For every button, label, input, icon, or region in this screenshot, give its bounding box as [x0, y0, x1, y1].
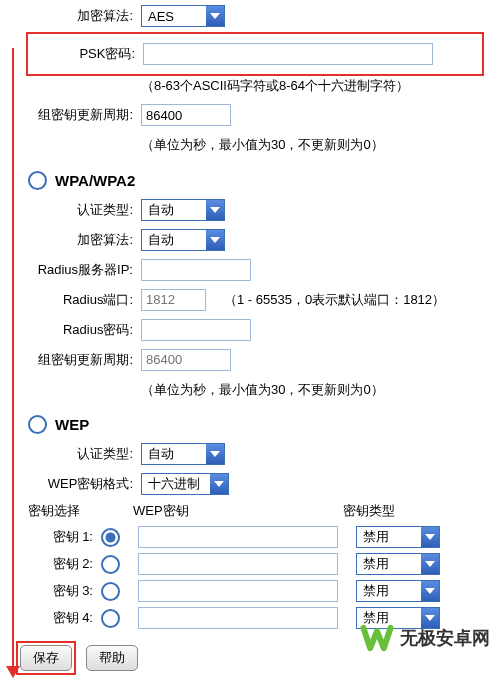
chevron-down-icon	[206, 444, 224, 464]
svg-marker-1	[210, 13, 220, 19]
annotation-arrow-line	[12, 48, 14, 668]
group-rekey-hint: （单位为秒，最小值为30，不更新则为0）	[141, 133, 482, 156]
group-rekey-label: 组密钥更新周期:	[28, 106, 141, 124]
save-highlight: 保存	[16, 641, 76, 675]
wep-key-3-row: 密钥 3: 禁用	[28, 580, 482, 602]
key4-input[interactable]	[138, 607, 338, 629]
wep-title: WEP	[55, 416, 89, 433]
key4-label: 密钥 4:	[28, 609, 101, 627]
key2-input[interactable]	[138, 553, 338, 575]
wep-key-1-row: 密钥 1: 禁用	[28, 526, 482, 548]
watermark: 无极安卓网	[360, 621, 490, 655]
chevron-down-icon	[206, 200, 224, 220]
wpa-auth-label: 认证类型:	[28, 201, 141, 219]
psk-row: PSK密码:	[30, 42, 480, 66]
chevron-down-icon	[210, 474, 228, 494]
svg-marker-5	[214, 481, 224, 487]
radius-pw-label: Radius密码:	[28, 321, 141, 339]
radius-pw-input[interactable]	[141, 319, 251, 341]
psk-hint: （8-63个ASCII码字符或8-64个十六进制字符）	[141, 74, 482, 97]
wep-fmt-label: WEP密钥格式:	[28, 475, 141, 493]
key3-input[interactable]	[138, 580, 338, 602]
wpa-enc-select[interactable]: 自动	[141, 229, 225, 251]
psk-highlight: PSK密码:	[26, 32, 484, 76]
chevron-down-icon	[206, 230, 224, 250]
key3-label: 密钥 3:	[28, 582, 101, 600]
radius-port-label: Radius端口:	[28, 291, 141, 309]
key3-radio[interactable]	[101, 582, 120, 601]
wep-key-2-row: 密钥 2: 禁用	[28, 553, 482, 575]
wpa-auth-select[interactable]: 自动	[141, 199, 225, 221]
wep-section-header[interactable]: WEP	[28, 415, 482, 434]
wep-auth-select[interactable]: 自动	[141, 443, 225, 465]
key2-type-select[interactable]: 禁用	[356, 553, 440, 575]
wpa-section-header[interactable]: WPA/WPA2	[28, 171, 482, 190]
key2-radio[interactable]	[101, 555, 120, 574]
wpa-radio[interactable]	[28, 171, 47, 190]
wep-fmt-select[interactable]: 十六进制	[141, 473, 229, 495]
svg-marker-6	[425, 534, 435, 540]
wpa-group-input[interactable]	[141, 349, 231, 371]
chevron-down-icon	[421, 554, 439, 574]
watermark-logo-icon	[360, 621, 394, 655]
head-type: 密钥类型	[343, 502, 395, 520]
svg-marker-4	[210, 451, 220, 457]
key2-label: 密钥 2:	[28, 555, 101, 573]
help-button[interactable]: 帮助	[86, 645, 138, 671]
svg-marker-3	[210, 237, 220, 243]
enc-algo-label: 加密算法:	[28, 7, 141, 25]
wep-key-header: 密钥选择 WEP密钥 密钥类型	[28, 502, 482, 520]
enc-algo-select[interactable]: AES	[141, 5, 225, 27]
chevron-down-icon	[206, 6, 224, 26]
radius-port-hint: （1 - 65535，0表示默认端口：1812）	[224, 291, 445, 309]
save-button[interactable]: 保存	[20, 645, 72, 671]
chevron-down-icon	[421, 581, 439, 601]
wep-auth-label: 认证类型:	[28, 445, 141, 463]
psk-input[interactable]	[143, 43, 433, 65]
svg-marker-7	[425, 561, 435, 567]
key1-input[interactable]	[138, 526, 338, 548]
key3-type-select[interactable]: 禁用	[356, 580, 440, 602]
wpa-enc-label: 加密算法:	[28, 231, 141, 249]
svg-marker-2	[210, 207, 220, 213]
watermark-text: 无极安卓网	[400, 626, 490, 650]
wpa-title: WPA/WPA2	[55, 172, 135, 189]
wpa-group-label: 组密钥更新周期:	[28, 351, 141, 369]
head-key: WEP密钥	[133, 502, 343, 520]
enc-algo-row: 加密算法: AES	[28, 4, 482, 28]
key1-radio[interactable]	[101, 528, 120, 547]
key1-label: 密钥 1:	[28, 528, 101, 546]
key4-radio[interactable]	[101, 609, 120, 628]
chevron-down-icon	[421, 527, 439, 547]
radius-ip-input[interactable]	[141, 259, 251, 281]
wpa-group-hint: （单位为秒，最小值为30，不更新则为0）	[141, 378, 482, 401]
group-rekey-input[interactable]	[141, 104, 231, 126]
psk-label: PSK密码:	[30, 45, 143, 63]
radius-port-input[interactable]	[141, 289, 206, 311]
radius-ip-label: Radius服务器IP:	[28, 261, 141, 279]
group-rekey-row: 组密钥更新周期:	[28, 103, 482, 127]
head-select: 密钥选择	[28, 502, 133, 520]
wep-radio[interactable]	[28, 415, 47, 434]
key1-type-select[interactable]: 禁用	[356, 526, 440, 548]
svg-marker-8	[425, 588, 435, 594]
